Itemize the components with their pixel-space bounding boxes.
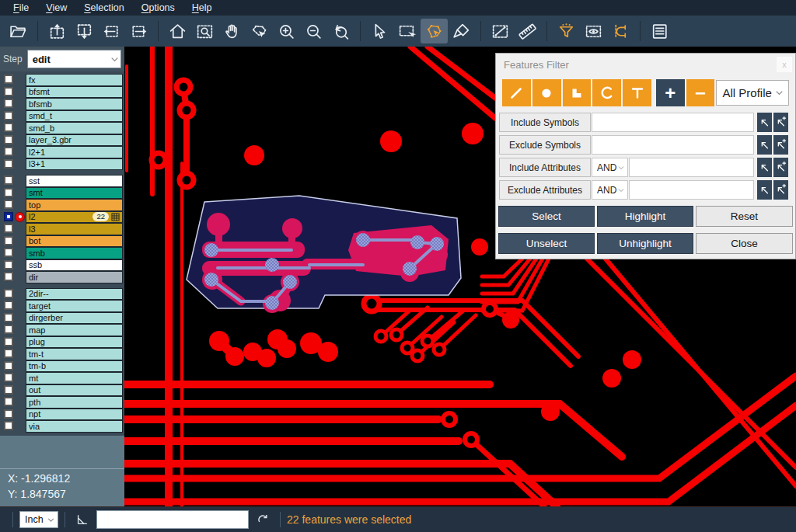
layer-name-cell[interactable]: smd_b (26, 122, 123, 134)
layer-name-cell[interactable]: bot (26, 235, 123, 248)
layer-visibility-checkbox[interactable] (4, 397, 13, 406)
layer-row-map[interactable]: map (0, 324, 124, 336)
layer-visibility-checkbox[interactable] (4, 289, 13, 298)
layer-row-tm-b[interactable]: tm-b (0, 360, 124, 373)
exclude-attributes-operator-select[interactable]: AND (592, 180, 628, 200)
layer-visibility-checkbox[interactable] (4, 260, 13, 269)
layer-visibility-checkbox[interactable] (4, 135, 13, 144)
layer-visibility-checkbox[interactable] (4, 147, 13, 156)
view-eye-button[interactable] (580, 19, 607, 43)
pan-hand-button[interactable] (218, 19, 246, 43)
highlight-button[interactable]: Highlight (597, 206, 693, 227)
close-icon[interactable]: x (777, 57, 792, 72)
layer-visibility-checkbox[interactable] (4, 361, 13, 370)
layer-visibility-checkbox[interactable] (4, 188, 13, 197)
add-mode-button[interactable]: + (656, 79, 685, 106)
layer-visibility-checkbox[interactable] (4, 385, 13, 395)
exclude-symbols-button[interactable]: Exclude Symbols (499, 135, 591, 155)
layer-name-cell[interactable]: l222 (26, 211, 123, 224)
layer-name-cell[interactable]: l3+1 (26, 158, 123, 171)
include-attributes-pick-button[interactable] (757, 158, 772, 177)
measure-distance-button[interactable] (487, 19, 514, 43)
layer-name-cell[interactable]: tm-t (26, 348, 123, 360)
menu-file[interactable]: File (5, 0, 37, 16)
layer-visibility-checkbox[interactable] (4, 272, 13, 281)
layer-name-cell[interactable]: bfsmb (26, 98, 123, 110)
layer-row-layer_3.gbr[interactable]: layer_3.gbr (0, 134, 124, 147)
zoom-out-button[interactable] (300, 19, 327, 43)
features-filter-button[interactable] (553, 19, 580, 43)
layer-row-smb[interactable]: smb (0, 247, 124, 259)
polygon-select-button[interactable] (421, 19, 448, 43)
import-up-button[interactable] (44, 19, 71, 43)
import-down-button[interactable] (71, 19, 98, 43)
layer-visibility-checkbox[interactable] (4, 159, 13, 169)
layer-row-out[interactable]: out (0, 384, 124, 397)
layer-name-cell[interactable]: smb (26, 247, 123, 259)
layer-name-cell[interactable]: target (26, 300, 123, 312)
snap-magnet-button[interactable] (607, 19, 634, 43)
layer-row-ssb[interactable]: ssb (0, 259, 124, 272)
unhighlight-button[interactable]: Unhighlight (597, 233, 693, 254)
include-attributes-pick-add-button[interactable] (773, 158, 788, 177)
layer-name-cell[interactable]: out (26, 384, 123, 397)
layer-visibility-checkbox[interactable] (4, 99, 13, 108)
zoom-window-button[interactable] (191, 19, 218, 43)
layer-name-cell[interactable]: 2dir-- (26, 288, 123, 301)
reset-button[interactable]: Reset (696, 206, 793, 227)
angle-measure-icon[interactable] (75, 512, 90, 527)
layer-name-cell[interactable]: mt (26, 372, 123, 384)
layer-visibility-checkbox[interactable] (4, 313, 13, 322)
layer-name-cell[interactable]: sst (26, 175, 123, 187)
layer-name-cell[interactable]: smd_t (26, 110, 123, 123)
layer-row-fx[interactable]: fx (0, 74, 124, 86)
layer-visibility-checkbox[interactable] (4, 301, 13, 310)
include-symbols-pick-button[interactable] (757, 113, 772, 132)
sync-icon[interactable] (255, 512, 271, 527)
layer-name-cell[interactable]: dirgerber (26, 312, 123, 325)
include-symbols-button[interactable]: Include Symbols (499, 113, 591, 132)
ruler-button[interactable] (514, 19, 541, 43)
layer-name-cell[interactable]: l2+1 (26, 146, 123, 158)
layer-visibility-checkbox[interactable] (4, 176, 13, 185)
layer-name-cell[interactable]: pth (26, 396, 123, 409)
layer-name-cell[interactable]: smt (26, 187, 123, 200)
rectangle-select-button[interactable] (393, 19, 421, 43)
layer-name-cell[interactable]: l3 (26, 223, 123, 235)
exclude-attributes-pick-add-button[interactable] (773, 180, 788, 200)
layer-visibility-checkbox[interactable] (4, 248, 13, 257)
layer-row-bfsmt[interactable]: bfsmt (0, 86, 124, 99)
layer-name-cell[interactable]: dir (26, 271, 123, 283)
layer-name-cell[interactable]: npt (26, 409, 123, 421)
feature-text-button[interactable] (623, 79, 651, 106)
menu-help[interactable]: Help (183, 0, 221, 16)
layer-name-cell[interactable]: layer_3.gbr (26, 134, 123, 147)
layer-visibility-checkbox[interactable] (4, 373, 13, 382)
layer-name-cell[interactable]: via (26, 420, 123, 433)
layer-row-smt[interactable]: smt (0, 187, 124, 200)
exclude-symbols-input[interactable] (592, 135, 754, 155)
exclude-attributes-input[interactable] (629, 180, 754, 200)
layer-visibility-checkbox[interactable] (4, 111, 13, 120)
layer-row-plug[interactable]: plug (0, 336, 124, 349)
step-selector[interactable]: edit (27, 50, 121, 68)
layer-visibility-checkbox[interactable] (4, 409, 13, 419)
menu-options[interactable]: Options (133, 0, 183, 16)
units-selector[interactable]: Inch (19, 511, 58, 528)
exclude-attributes-button[interactable]: Exclude Attributes (499, 180, 591, 200)
layer-name-cell[interactable]: bfsmt (26, 86, 123, 99)
layer-name-cell[interactable]: map (26, 324, 123, 336)
layer-name-cell[interactable]: fx (26, 74, 123, 86)
feature-form-button[interactable] (646, 19, 673, 43)
layer-visibility-checkbox[interactable] (4, 349, 13, 358)
import-right-button[interactable] (125, 19, 152, 43)
layer-row-smd_b[interactable]: smd_b (0, 122, 124, 134)
feature-line-button[interactable] (502, 79, 531, 106)
menu-view[interactable]: View (37, 0, 75, 16)
layer-row-l2[interactable]: l222 (0, 211, 124, 224)
layer-name-cell[interactable]: plug (26, 336, 123, 349)
layer-row-pth[interactable]: pth (0, 396, 124, 409)
include-symbols-pick-add-button[interactable] (773, 113, 788, 132)
layer-row-bfsmb[interactable]: bfsmb (0, 98, 124, 110)
layer-row-l2+1[interactable]: l2+1 (0, 146, 124, 158)
